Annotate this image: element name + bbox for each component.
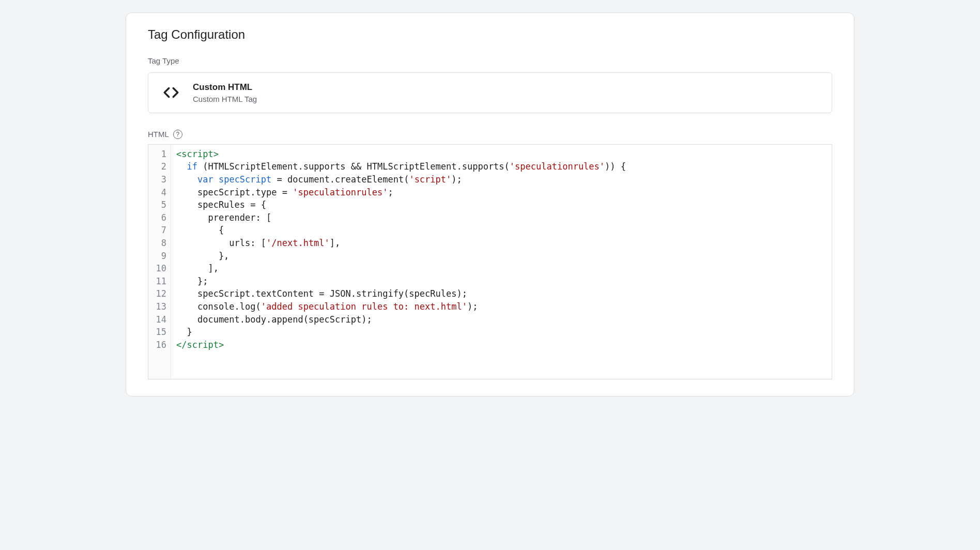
code-editor[interactable]: 12345678910111213141516 <script> if (HTM… [148,144,832,379]
code-editor-gutter: 12345678910111213141516 [148,145,171,379]
code-editor-content[interactable]: <script> if (HTMLScriptElement.supports … [171,145,832,379]
tag-type-subtitle: Custom HTML Tag [193,94,257,104]
tag-type-label: Tag Type [148,56,832,65]
code-brackets-icon [161,82,181,103]
section-title: Tag Configuration [148,27,832,42]
tag-configuration-card: Tag Configuration Tag Type Custom HTML C… [126,12,854,396]
tag-type-selector[interactable]: Custom HTML Custom HTML Tag [148,72,832,113]
tag-type-text: Custom HTML Custom HTML Tag [193,81,257,104]
html-field-label-row: HTML ? [148,130,832,139]
help-icon[interactable]: ? [173,130,182,139]
html-field-label: HTML [148,130,169,139]
tag-type-title: Custom HTML [193,81,257,94]
